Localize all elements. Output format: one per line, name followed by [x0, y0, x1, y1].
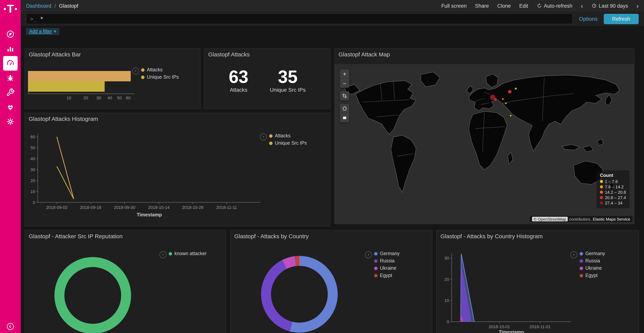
metric-value: 35 — [270, 68, 306, 86]
sidebar-item-dev-tools[interactable] — [3, 85, 18, 100]
y-tick-label: 20 — [444, 277, 449, 282]
sidebar-item-visualize[interactable] — [3, 42, 18, 56]
elastic-maps-service-link[interactable]: Elastic Maps Service — [593, 217, 630, 221]
legend-item[interactable]: Germany — [374, 251, 400, 256]
attack-marker[interactable] — [505, 102, 507, 104]
donut-chart[interactable] — [257, 252, 342, 333]
legend-color-dot — [600, 201, 603, 204]
world-map[interactable]: + − Count 1 – 7.67.6 – 14.214. — [335, 64, 634, 224]
map-legend-title: Count — [600, 173, 626, 178]
legend-toggle[interactable]: › — [132, 68, 139, 74]
legend-item[interactable]: Ukraine — [374, 265, 400, 271]
legend-toggle[interactable]: › — [365, 251, 372, 258]
donut-chart[interactable] — [50, 253, 135, 333]
legend-color-dot — [169, 252, 172, 255]
share-button[interactable]: Share — [475, 3, 489, 9]
y-tick-label: 30 — [30, 167, 35, 172]
pie-slice-known-attacker[interactable] — [60, 262, 126, 329]
map-attribution: © OpenStreetMap contributors, Elastic Ma… — [530, 216, 632, 222]
attack-marker[interactable] — [515, 88, 517, 90]
rectangle-tool-button[interactable] — [340, 113, 349, 122]
search-input[interactable]: >_ * — [26, 14, 573, 24]
attack-marker[interactable] — [494, 98, 497, 101]
series-line[interactable] — [57, 137, 74, 199]
legend-label: Germany — [380, 251, 400, 256]
panel-title: Glastopf Attacks Histogram — [29, 116, 98, 122]
legend-item[interactable]: Egypt — [374, 273, 400, 278]
panel-attacks-histogram: Glastopf Attacks Histogram 0102030405060… — [24, 113, 330, 226]
area-chart[interactable]: 01020302018-10-012018-11-01 — [436, 231, 639, 333]
crop-tool-button[interactable] — [340, 91, 349, 101]
legend-toggle[interactable]: › — [160, 251, 166, 258]
logo-letter: T — [7, 2, 14, 15]
sidebar-item-monitoring[interactable] — [3, 100, 18, 114]
legend-toggle[interactable]: › — [570, 251, 577, 258]
zoom-in-button[interactable]: + — [340, 70, 349, 79]
panel-src-ip-reputation: Glastopf - Attacker Src IP Reputation › … — [24, 230, 226, 333]
options-link[interactable]: Options — [579, 16, 598, 22]
metric-unique-src-ips: 35 Unique Src IPs — [270, 68, 306, 93]
attack-marker[interactable] — [502, 98, 504, 100]
legend: AttacksUnique Src IPs — [141, 67, 179, 82]
map-controls: + − — [340, 70, 349, 122]
legend-item[interactable]: Russia — [580, 258, 605, 263]
x-tick-label: 2018-09-02 — [46, 205, 68, 210]
legend-item[interactable]: Germany — [580, 251, 605, 256]
legend-item: 1 – 7.6 — [600, 179, 626, 184]
sidebar-item-management[interactable] — [3, 114, 18, 129]
zoom-out-button[interactable]: − — [340, 79, 349, 88]
legend-item[interactable]: known attacker — [169, 251, 206, 256]
openstreetmap-link[interactable]: © OpenStreetMap — [532, 217, 568, 221]
sidebar-item-timelion[interactable] — [3, 71, 18, 85]
plus-icon: + — [54, 29, 56, 34]
x-tick-label: 2018-09-16 — [80, 205, 102, 210]
legend-label: 20.8 – 27.4 — [605, 195, 626, 200]
legend-item[interactable]: Ukraine — [580, 265, 605, 271]
breadcrumb-separator: / — [54, 3, 56, 9]
legend-color-dot — [141, 68, 144, 72]
legend-label: Russia — [585, 258, 600, 263]
sidebar-item-discover[interactable] — [3, 27, 18, 42]
breadcrumb-dashboard-link[interactable]: Dashboard — [26, 3, 51, 9]
line-chart[interactable]: 01020304050602018-09-022018-09-162018-09… — [25, 113, 330, 226]
legend-item[interactable]: Attacks — [269, 133, 307, 139]
legend-item[interactable]: Unique Src IPs — [141, 74, 179, 80]
legend-color-dot — [580, 252, 583, 255]
attack-marker[interactable] — [508, 90, 512, 93]
edit-button[interactable]: Edit — [519, 3, 528, 9]
sidebar-item-dashboard[interactable] — [3, 56, 18, 71]
refresh-button[interactable]: Refresh — [604, 14, 639, 24]
compass-icon — [6, 30, 14, 38]
legend-color-dot — [600, 185, 603, 188]
y-tick-label: 20 — [30, 178, 35, 183]
legend-item[interactable]: Attacks — [141, 67, 179, 73]
time-forward-button[interactable]: › — [636, 3, 639, 9]
map-legend-rows: 1 – 7.67.6 – 14.214.2 – 20.820.8 – 27.42… — [600, 179, 626, 205]
legend-label: Unique Src IPs — [147, 74, 179, 80]
tpot-logo[interactable]: T — [0, 2, 21, 15]
time-back-button[interactable]: ‹ — [581, 3, 583, 9]
y-tick-label: 60 — [30, 134, 35, 139]
refresh-icon — [537, 3, 542, 9]
rectangle-icon — [342, 115, 347, 120]
legend-item[interactable]: Unique Src IPs — [269, 140, 307, 146]
clone-button[interactable]: Clone — [498, 3, 511, 9]
time-range-button[interactable]: Last 90 days — [592, 3, 628, 9]
auto-refresh-button[interactable]: Auto-refresh — [537, 3, 572, 9]
legend-label: Egypt — [585, 273, 598, 278]
series-line[interactable] — [57, 166, 74, 199]
world-map-svg[interactable] — [335, 64, 634, 224]
x-tick-label: 30 — [96, 96, 101, 100]
attack-marker[interactable] — [510, 115, 512, 117]
legend-item[interactable]: Egypt — [580, 273, 605, 278]
polygon-tool-button[interactable] — [340, 104, 349, 113]
legend-item[interactable]: Russia — [374, 258, 400, 263]
full-screen-button[interactable]: Full screen — [441, 3, 466, 9]
series-area[interactable] — [460, 262, 471, 322]
legend-toggle[interactable]: › — [260, 134, 267, 140]
add-filter-link[interactable]: Add a filter + — [26, 28, 60, 35]
legend-label: Unique Src IPs — [275, 140, 307, 146]
sidebar-collapse-button[interactable] — [6, 322, 14, 331]
legend-color-dot — [580, 259, 583, 263]
metric-group: 63 Attacks 35 Unique Src IPs — [204, 68, 330, 93]
